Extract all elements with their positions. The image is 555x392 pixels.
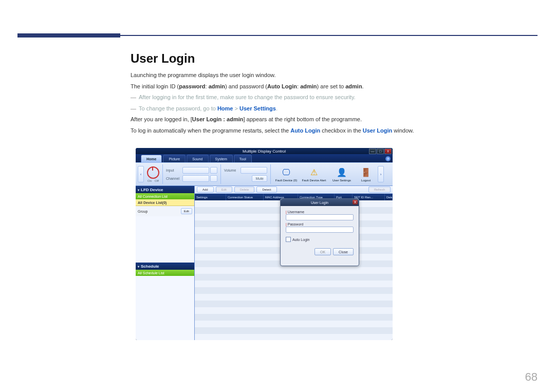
t: LFD Device: [141, 188, 163, 192]
ribbon: ‹ On Off Input Channel: [136, 162, 393, 186]
power-icon[interactable]: [147, 166, 159, 179]
col-connection-status[interactable]: Connection Status: [226, 194, 264, 201]
window-minimize-button[interactable]: —: [369, 148, 376, 154]
chevron-down-icon: ▾: [138, 188, 139, 192]
mute-button[interactable]: Mute: [252, 175, 267, 182]
power-off-label: Off: [155, 179, 159, 182]
col-settings[interactable]: Settings: [195, 194, 226, 201]
page-top-rule: [17, 35, 538, 36]
table-row: [195, 334, 393, 340]
channel-select-arrow[interactable]: [210, 175, 217, 182]
username-input[interactable]: [286, 214, 354, 220]
t: User Login: [363, 127, 392, 134]
tab-tool[interactable]: Tool: [234, 155, 252, 162]
t: Auto Login: [290, 127, 320, 134]
input-select[interactable]: [182, 167, 209, 174]
sidebar-item-all-connection[interactable]: All Connection List: [136, 193, 194, 199]
door-icon: 🚪: [360, 167, 372, 178]
page-heading: User Login: [131, 51, 538, 66]
sidebar-item-all-device[interactable]: All Device List(0): [136, 199, 194, 206]
t: ) are set to: [317, 83, 346, 89]
sidebar-section-lfd[interactable]: ▾ LFD Device: [136, 186, 194, 193]
ribbon-nav-left[interactable]: ‹: [138, 166, 144, 182]
sidebar-edit-button[interactable]: Edit: [181, 208, 192, 214]
table-row: [195, 314, 393, 321]
tab-home[interactable]: Home: [141, 155, 162, 162]
t: Schedule: [141, 264, 159, 269]
t: Home: [217, 105, 233, 111]
ribbon-nav-right[interactable]: ›: [378, 166, 384, 182]
t: The initial login ID (: [131, 83, 179, 89]
sidebar-group-label: Group: [138, 210, 147, 213]
table-row: [195, 327, 393, 334]
t: password: [179, 83, 205, 89]
channel-label: Channel: [166, 177, 181, 180]
refresh-button[interactable]: Refresh: [368, 186, 391, 193]
window-maximize-button[interactable]: □: [377, 148, 384, 154]
main-pane: Add Edit Delete Detect Refresh Settings …: [195, 186, 393, 340]
app-title: Multiple Display Control: [243, 149, 286, 154]
table-row: [195, 281, 393, 287]
input-select-arrow[interactable]: [210, 167, 217, 174]
t: Fault Device Alert: [302, 179, 326, 182]
window-close-button[interactable]: X: [384, 148, 392, 154]
col-detected[interactable]: Detected: [385, 194, 393, 201]
tab-system[interactable]: System: [210, 155, 233, 162]
dash-icon: ―: [131, 104, 139, 114]
edit-button[interactable]: Edit: [216, 186, 232, 193]
tab-sound[interactable]: Sound: [187, 155, 208, 162]
menu-tabs: Home Picture Sound System Tool ?: [136, 154, 393, 162]
logout-button[interactable]: 🚪 Logout: [357, 167, 375, 182]
delete-button[interactable]: Delete: [234, 186, 254, 193]
t: To change the password, go to: [139, 105, 217, 111]
t: After logging in for the first time, mak…: [139, 94, 356, 100]
t: After you are logged in, [: [131, 116, 192, 122]
user-settings-button[interactable]: 👤 User Settings: [329, 167, 354, 182]
t: Auto Login: [267, 83, 297, 89]
ok-button[interactable]: OK: [314, 248, 331, 255]
note-change-password: ―After logging in for the first time, ma…: [131, 93, 538, 102]
t: admin: [209, 83, 225, 89]
volume-input[interactable]: [240, 167, 267, 174]
t: Fault Device (0): [275, 179, 297, 182]
t: checkbox in the: [320, 127, 363, 134]
power-on-label: On: [147, 179, 152, 182]
intro-line-2: The initial login ID (password: admin) a…: [131, 82, 538, 91]
t: admin: [300, 83, 317, 89]
close-button[interactable]: Close: [333, 248, 354, 255]
sidebar-item-all-schedule[interactable]: All Schedule List: [136, 270, 194, 276]
add-button[interactable]: Add: [197, 186, 214, 193]
table-row: [195, 321, 393, 327]
user-icon: 👤: [336, 167, 347, 178]
channel-select[interactable]: [182, 175, 209, 182]
password-input[interactable]: [286, 227, 354, 233]
tab-picture[interactable]: Picture: [163, 155, 186, 162]
password-label: | Password: [286, 222, 354, 226]
dialog-close-button[interactable]: X: [353, 200, 358, 204]
t: Password: [288, 222, 304, 226]
auto-login-line: To log in automatically when the program…: [131, 126, 538, 136]
user-login-dialog: User Login X | Username | Password: [280, 198, 359, 266]
auto-login-checkbox[interactable]: Auto Login: [286, 237, 354, 242]
table-row: [195, 294, 393, 301]
fault-device-button[interactable]: 🖵 Fault Device (0): [274, 167, 299, 182]
fault-alert-button[interactable]: ⚠ Fault Device Alert: [302, 167, 326, 182]
dash-icon: ―: [131, 93, 139, 102]
warning-icon: ⚠: [308, 167, 320, 178]
t: >: [233, 105, 239, 111]
after-login-line: After you are logged in, [User Login : a…: [131, 115, 538, 124]
table-row: [195, 287, 393, 294]
t: To log in automatically when the program…: [131, 127, 290, 134]
table-row: [195, 274, 393, 281]
detect-button[interactable]: Detect: [256, 186, 276, 193]
t: ) and password (: [225, 83, 267, 89]
t: Logout: [361, 179, 371, 182]
auto-login-label: Auto Login: [292, 238, 309, 241]
sidebar-section-schedule[interactable]: ▾ Schedule: [136, 263, 194, 270]
t: Username: [288, 210, 304, 214]
help-icon[interactable]: ?: [385, 156, 391, 161]
username-label: | Username: [286, 210, 354, 214]
checkbox-icon: [286, 237, 291, 242]
t: .: [362, 83, 364, 89]
volume-label: Volume: [224, 169, 239, 172]
